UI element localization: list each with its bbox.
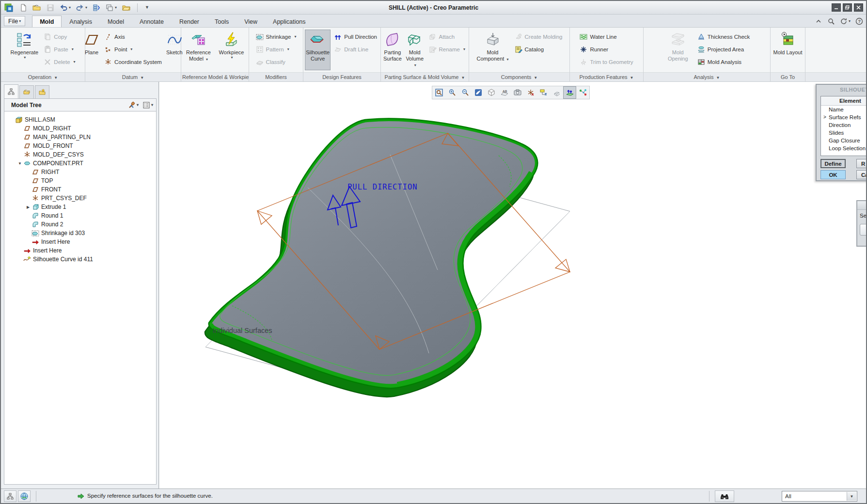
tree-item[interactable]: Shrinkage id 303 — [4, 229, 156, 237]
tree-item[interactable]: MOLD_FRONT — [4, 142, 156, 150]
3d-dragger-button[interactable] — [576, 86, 589, 99]
shrinkage-button[interactable]: Shrinkage▾ — [254, 31, 299, 43]
new-file-button[interactable] — [18, 3, 28, 13]
select-dialog-button[interactable] — [860, 224, 867, 236]
group-label-datum[interactable]: Datum ▼ — [85, 72, 181, 81]
save-button[interactable] — [46, 3, 55, 13]
group-label-parting[interactable]: Parting Surface & Mold Volume ▼ — [381, 72, 469, 81]
mold-volume-button[interactable]: Mold Volume ▾ — [404, 30, 426, 70]
favorites-tab[interactable] — [35, 85, 49, 98]
tree-item[interactable]: MAIN_PARTING_PLN — [4, 133, 156, 142]
paste-button[interactable]: Paste▾ — [42, 43, 77, 56]
attach-button[interactable]: Attach — [427, 31, 467, 43]
define-button[interactable]: Define — [820, 159, 846, 168]
view-manager-button[interactable] — [511, 86, 524, 99]
restore-button[interactable] — [843, 3, 852, 12]
tree-item[interactable]: Insert Here — [4, 237, 156, 246]
create-molding-button[interactable]: Create Molding — [513, 31, 565, 43]
search-button[interactable] — [827, 17, 835, 25]
delete-button[interactable]: Delete▾ — [42, 56, 77, 68]
file-menu-button[interactable]: File▾ — [4, 16, 25, 26]
tab-tools[interactable]: Tools — [207, 16, 236, 27]
minimize-button[interactable] — [832, 3, 841, 12]
zoom-in-button[interactable] — [445, 86, 458, 99]
graphics-viewport[interactable]: PULL DIRECTION Individual Surfaces AB — [159, 82, 867, 488]
redo-button[interactable]: ▾ — [75, 3, 88, 13]
pull-direction-button[interactable]: Pull Direction — [332, 31, 379, 43]
customize-toolbar-button[interactable]: ▼ — [143, 4, 150, 11]
tree-item[interactable]: SHILL.ASM — [4, 115, 156, 124]
tab-applications[interactable]: Applications — [265, 16, 313, 27]
regenerate-button[interactable]: Regenerate▾ — [8, 30, 40, 70]
zoom-out-button[interactable] — [458, 86, 472, 99]
refit-button[interactable] — [432, 86, 445, 99]
point-button[interactable]: Point▾ — [102, 43, 164, 56]
datum-display-filters-button[interactable] — [524, 86, 537, 99]
undo-button[interactable]: ▾ — [59, 3, 72, 13]
workpiece-button[interactable]: Workpiece▾ — [216, 30, 247, 70]
element-row[interactable]: Slides — [821, 129, 867, 137]
pattern-button[interactable]: Pattern▾ — [254, 43, 299, 56]
tree-item[interactable]: Round 2 — [4, 220, 156, 229]
sync-button[interactable]: ▾ — [840, 17, 851, 25]
mold-analysis-button[interactable]: Mold Analysis — [695, 56, 752, 68]
tree-item[interactable]: Round 1 — [4, 211, 156, 220]
tree-item[interactable]: Insert Here — [4, 246, 156, 255]
find-button[interactable] — [715, 490, 734, 502]
model-player-button[interactable] — [92, 3, 101, 13]
ok-button[interactable]: OK — [820, 170, 846, 179]
mold-opening-button[interactable]: Mold Opening — [662, 30, 694, 70]
rename-button[interactable]: Rename▾ — [427, 43, 467, 56]
group-label-design-features[interactable]: Design Features — [303, 72, 380, 81]
thickness-check-button[interactable]: Thickness Check — [695, 31, 752, 43]
tab-view[interactable]: View — [236, 16, 265, 27]
projected-area-button[interactable]: Projected Area — [695, 43, 752, 56]
draft-line-button[interactable]: Draft Line — [332, 43, 379, 56]
select-dialog-titlebar[interactable] — [857, 201, 867, 210]
tab-mold[interactable]: Mold — [32, 16, 62, 27]
element-row[interactable]: Loop Selection — [821, 144, 867, 152]
tree-item[interactable]: RIGHT — [4, 168, 156, 176]
tree-item[interactable]: ▼COMPONENT.PRT — [4, 159, 156, 168]
mold-component-button[interactable]: Mold Component ▾ — [474, 30, 511, 70]
catalog-button[interactable]: Catalog — [513, 43, 565, 56]
tree-item[interactable]: MOLD_DEF_CSYS — [4, 150, 156, 159]
expand-arrow-icon[interactable]: ▶ — [25, 205, 32, 209]
element-row[interactable]: Name — [821, 106, 867, 113]
tree-item[interactable]: ▶Extrude 1 — [4, 203, 156, 211]
refs-button[interactable]: R — [856, 159, 867, 168]
group-label-modifiers[interactable]: Modifiers — [249, 72, 303, 81]
tree-item[interactable]: FRONT — [4, 185, 156, 194]
saved-orientations-button[interactable]: AB — [498, 86, 511, 99]
tab-render[interactable]: Render — [172, 16, 207, 27]
plane-button[interactable]: Plane — [82, 30, 101, 70]
open-button[interactable] — [32, 2, 42, 13]
runner-button[interactable]: Runner — [578, 43, 635, 56]
combo-dropdown-button[interactable]: ▼ — [847, 492, 856, 501]
mold-opening-direction-button[interactable] — [563, 86, 576, 99]
close-button[interactable] — [854, 3, 863, 12]
help-button[interactable]: ? — [855, 17, 863, 25]
selection-filter-combo[interactable]: All ▼ — [782, 491, 857, 502]
tree-show-button[interactable]: ▾ — [142, 101, 153, 109]
element-row[interactable]: Gap Closure — [821, 137, 867, 144]
group-label-goto[interactable]: Go To — [771, 72, 805, 81]
group-label-production[interactable]: Production Features ▼ — [570, 72, 643, 81]
copy-button[interactable]: Copy — [42, 31, 77, 43]
parting-surface-button[interactable]: Parting Surface — [382, 30, 403, 70]
axis-button[interactable]: Axis — [102, 31, 164, 43]
tab-model[interactable]: Model — [100, 16, 132, 27]
trim-to-geometry-button[interactable]: Trim to Geometry — [578, 56, 635, 68]
toggle-navigator-button[interactable] — [4, 490, 16, 502]
classify-button[interactable]: Classify — [254, 56, 299, 68]
group-label-analysis[interactable]: Analysis ▼ — [644, 72, 770, 81]
tree-item[interactable]: PRT_CSYS_DEF — [4, 194, 156, 203]
windows-button[interactable]: ▾ — [105, 3, 118, 13]
group-label-reference[interactable]: Reference Model & Workpiece — [181, 72, 249, 81]
element-row[interactable]: Direction — [821, 121, 867, 129]
spin-center-button[interactable] — [550, 86, 563, 99]
repaint-button[interactable] — [472, 86, 485, 99]
model-tree-tab[interactable] — [4, 84, 18, 98]
tab-annotate[interactable]: Annotate — [132, 16, 172, 27]
water-line-button[interactable]: Water Line — [578, 31, 635, 43]
